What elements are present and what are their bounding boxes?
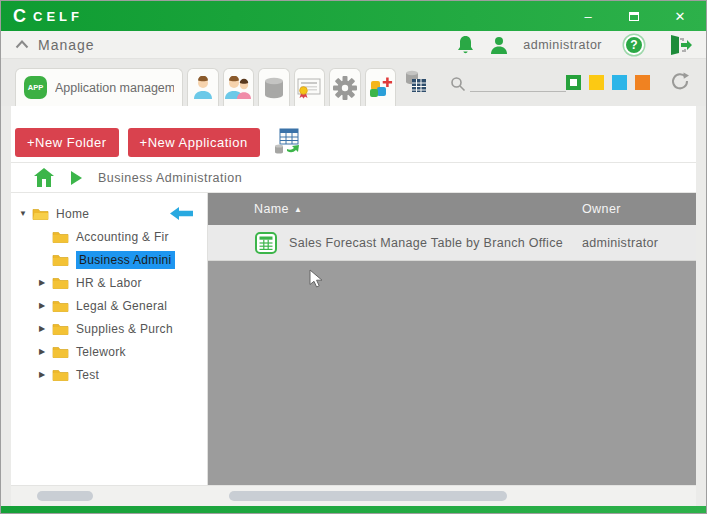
settings-gear-icon bbox=[332, 75, 358, 101]
user-icon bbox=[192, 76, 214, 100]
column-header-name[interactable]: Name ▲ bbox=[208, 202, 582, 216]
tree-label: Test bbox=[76, 368, 99, 382]
folder-icon bbox=[52, 276, 69, 289]
application-name-cell: Sales Forecast Manage Table by Branch Of… bbox=[208, 231, 582, 255]
tree-label: Home bbox=[56, 207, 89, 221]
home-icon[interactable] bbox=[33, 167, 55, 188]
tree-label: HR & Labor bbox=[76, 276, 142, 290]
content-panel: +New Folder +New Application Business Ad… bbox=[11, 106, 696, 508]
table-hscrollbar[interactable] bbox=[229, 491, 507, 501]
tree-item-business-administration[interactable]: Business Admini bbox=[11, 248, 207, 271]
yellow-square-toggle[interactable] bbox=[589, 75, 604, 90]
search-area bbox=[450, 73, 566, 92]
column-header-owner[interactable]: Owner bbox=[582, 202, 696, 216]
view-color-toggles bbox=[566, 75, 650, 90]
breadcrumb-arrow-icon[interactable] bbox=[71, 171, 82, 185]
table-header: Name ▲ Owner bbox=[208, 193, 696, 225]
certificate-icon bbox=[296, 76, 322, 100]
folder-icon bbox=[52, 230, 69, 243]
bottom-accent-bar bbox=[1, 506, 706, 513]
current-user-label: administrator bbox=[523, 38, 602, 52]
new-application-button[interactable]: +New Application bbox=[128, 128, 260, 157]
column-label: Name bbox=[254, 202, 289, 216]
manage-bar: Manage administrator ? bbox=[1, 31, 706, 59]
table-import-icon bbox=[273, 127, 303, 155]
horizontal-scroll-area bbox=[11, 485, 696, 508]
folder-icon bbox=[52, 253, 69, 266]
expander-icon[interactable]: ▶ bbox=[39, 278, 52, 287]
application-name: Sales Forecast Manage Table by Branch Of… bbox=[289, 236, 563, 250]
tree-item-test[interactable]: ▶ Test bbox=[11, 363, 207, 386]
blue-square-toggle[interactable] bbox=[612, 75, 627, 90]
sort-ascending-icon: ▲ bbox=[294, 205, 302, 214]
user-group-icon bbox=[224, 76, 252, 100]
expander-icon[interactable]: ▶ bbox=[39, 347, 52, 356]
folder-icon bbox=[52, 322, 69, 335]
tree-label: Legal & General bbox=[76, 299, 167, 313]
table-app-icon bbox=[254, 231, 278, 255]
search-icon bbox=[450, 76, 466, 92]
application-owner-cell: administrator bbox=[582, 236, 696, 250]
workspace: ▼ Home Accounting & Fir Business Admini bbox=[11, 193, 696, 485]
collapse-tree-arrow-icon[interactable] bbox=[170, 207, 193, 220]
tree-item-legal-general[interactable]: ▶ Legal & General bbox=[11, 294, 207, 317]
application-owner: administrator bbox=[582, 236, 658, 250]
expander-icon[interactable]: ▶ bbox=[39, 301, 52, 310]
minimize-button[interactable]: – bbox=[580, 8, 596, 24]
folder-icon bbox=[52, 345, 69, 358]
application-list: Name ▲ Owner Sales Forecast Manage Table… bbox=[208, 193, 696, 485]
page-title: Manage bbox=[38, 37, 95, 53]
tree-label: Accounting & Fir bbox=[76, 230, 169, 244]
header-actions: administrator ? bbox=[456, 34, 692, 56]
refresh-icon bbox=[670, 71, 690, 91]
refresh-button[interactable] bbox=[670, 71, 690, 95]
database-table-button[interactable] bbox=[402, 67, 430, 99]
tree-item-hr-labor[interactable]: ▶ HR & Labor bbox=[11, 271, 207, 294]
database-icon bbox=[262, 76, 286, 100]
tree-item-accounting[interactable]: Accounting & Fir bbox=[11, 225, 207, 248]
help-button[interactable]: ? bbox=[624, 35, 644, 55]
folder-icon bbox=[52, 299, 69, 312]
tree-item-supplies-purchasing[interactable]: ▶ Supplies & Purch bbox=[11, 317, 207, 340]
action-toolbar: +New Folder +New Application bbox=[11, 106, 696, 162]
table-row[interactable]: Sales Forecast Manage Table by Branch Of… bbox=[208, 225, 696, 261]
user-icon[interactable] bbox=[489, 35, 509, 55]
new-folder-button[interactable]: +New Folder bbox=[15, 128, 119, 157]
maximize-icon bbox=[629, 12, 639, 21]
breadcrumb-location: Business Administration bbox=[98, 171, 242, 185]
open-folder-icon bbox=[32, 207, 49, 220]
column-label: Owner bbox=[582, 202, 621, 216]
tree-label: Telework bbox=[76, 345, 126, 359]
expander-icon[interactable]: ▼ bbox=[19, 209, 32, 218]
green-square-toggle[interactable] bbox=[566, 75, 581, 90]
search-input[interactable] bbox=[470, 73, 566, 92]
tree-label-selected: Business Admini bbox=[76, 251, 175, 269]
maximize-button[interactable] bbox=[626, 8, 642, 24]
breadcrumb: Business Administration bbox=[11, 162, 696, 193]
tab-users[interactable] bbox=[187, 68, 219, 106]
tree-item-telework[interactable]: ▶ Telework bbox=[11, 340, 207, 363]
logout-icon[interactable] bbox=[668, 34, 692, 56]
folder-icon bbox=[52, 368, 69, 381]
database-table-icon bbox=[402, 67, 430, 95]
orange-square-toggle[interactable] bbox=[635, 75, 650, 90]
tab-settings[interactable] bbox=[329, 68, 361, 106]
tab-user-groups[interactable] bbox=[223, 68, 255, 106]
import-table-button[interactable] bbox=[273, 127, 303, 159]
close-button[interactable]: ✕ bbox=[672, 8, 688, 24]
tab-database[interactable] bbox=[258, 68, 290, 106]
expander-icon[interactable]: ▶ bbox=[39, 370, 52, 379]
expander-icon[interactable]: ▶ bbox=[39, 324, 52, 333]
tree-label: Supplies & Purch bbox=[76, 322, 173, 336]
window-controls: – ✕ bbox=[580, 8, 694, 24]
title-bar: C CELF – ✕ bbox=[1, 1, 706, 31]
manage-collapse[interactable]: Manage bbox=[15, 37, 95, 53]
app-window: C CELF – ✕ Manage administrator ? APP Ap… bbox=[0, 0, 707, 514]
tab-certificates[interactable] bbox=[294, 68, 326, 106]
folder-tree: ▼ Home Accounting & Fir Business Admini bbox=[11, 193, 208, 485]
tree-hscrollbar[interactable] bbox=[37, 491, 93, 501]
notifications-bell-icon[interactable] bbox=[456, 35, 475, 55]
tab-application-management[interactable]: APP Application managem bbox=[15, 68, 183, 106]
tab-modules[interactable] bbox=[365, 68, 397, 106]
tab-bar: APP Application managem bbox=[1, 59, 706, 106]
